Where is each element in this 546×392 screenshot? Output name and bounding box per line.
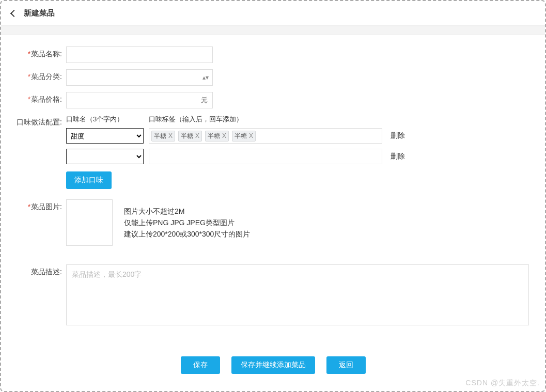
image-hint1: 图片大小不超过2M bbox=[124, 206, 250, 217]
back-icon[interactable] bbox=[10, 9, 18, 17]
desc-textarea[interactable] bbox=[66, 264, 529, 325]
page-title: 新建菜品 bbox=[24, 8, 55, 18]
close-icon[interactable]: X bbox=[249, 132, 253, 139]
image-hints: 图片大小不超过2M 仅能上传PNG JPG JPEG类型图片 建议上传200*2… bbox=[124, 199, 250, 240]
flavor-tag[interactable]: 半糖X bbox=[151, 131, 175, 142]
flavor-tag[interactable]: 半糖X bbox=[232, 131, 256, 142]
flavor-delete-link[interactable]: 删除 bbox=[391, 131, 405, 140]
desc-label: 菜品描述: bbox=[17, 264, 66, 277]
category-label: 菜品分类: bbox=[17, 69, 66, 82]
image-hint3: 建议上传200*200或300*300尺寸的图片 bbox=[124, 228, 250, 240]
add-flavor-button[interactable]: 添加口味 bbox=[66, 171, 112, 189]
price-label: 菜品价格: bbox=[17, 92, 66, 104]
flavor-col-name: 口味名（3个字内） bbox=[66, 115, 149, 124]
flavor-row: 甜度 半糖X 半糖X 半糖X 半糖X 删除 bbox=[66, 128, 405, 144]
save-button[interactable]: 保存 bbox=[181, 356, 220, 374]
close-icon[interactable]: X bbox=[168, 132, 173, 139]
name-input[interactable] bbox=[66, 46, 213, 63]
flavor-tag-area[interactable] bbox=[149, 149, 382, 164]
image-upload[interactable] bbox=[66, 199, 113, 246]
close-icon[interactable]: X bbox=[195, 132, 199, 139]
price-input[interactable] bbox=[66, 92, 213, 108]
flavor-label: 口味做法配置: bbox=[17, 115, 66, 127]
category-select[interactable] bbox=[66, 69, 213, 86]
save-continue-button[interactable]: 保存并继续添加菜品 bbox=[231, 356, 315, 374]
flavor-tag[interactable]: 半糖X bbox=[178, 131, 202, 142]
header-gap bbox=[1, 26, 545, 35]
image-hint2: 仅能上传PNG JPG JPEG类型图片 bbox=[124, 217, 250, 228]
flavor-delete-link[interactable]: 删除 bbox=[391, 152, 405, 161]
flavor-col-tag: 口味标签（输入后，回车添加） bbox=[149, 115, 405, 124]
back-button[interactable]: 返回 bbox=[326, 356, 366, 374]
watermark: CSDN @失重外太空. bbox=[465, 379, 540, 388]
flavor-name-select[interactable]: 甜度 bbox=[66, 128, 144, 144]
price-unit: 元 bbox=[201, 96, 208, 105]
flavor-name-select[interactable] bbox=[66, 149, 144, 164]
flavor-tag[interactable]: 半糖X bbox=[205, 131, 229, 142]
image-label: 菜品图片: bbox=[17, 199, 66, 212]
flavor-tag-area[interactable]: 半糖X 半糖X 半糖X 半糖X bbox=[149, 128, 382, 144]
name-label: 菜品名称: bbox=[17, 46, 66, 59]
flavor-row: 删除 bbox=[66, 149, 405, 164]
close-icon[interactable]: X bbox=[222, 132, 226, 139]
